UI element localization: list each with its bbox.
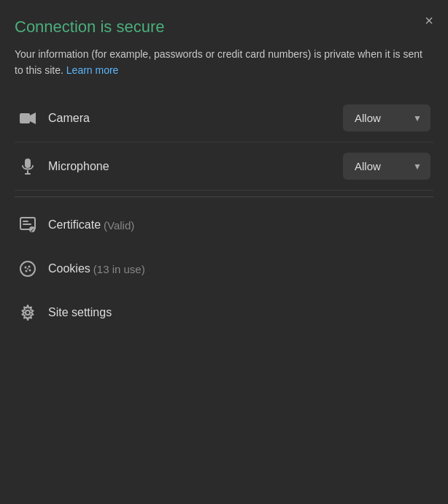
cookies-sub: (13 in use): [93, 263, 145, 275]
microphone-select-wrapper: Allow Block Ask ▼: [343, 153, 430, 180]
svg-rect-0: [20, 113, 30, 123]
svg-text:✓: ✓: [30, 228, 34, 233]
certificate-icon: ✓: [18, 215, 38, 235]
svg-point-16: [26, 310, 30, 315]
certificate-row[interactable]: ✓ Certificate (Valid): [15, 203, 433, 247]
site-settings-row[interactable]: Site settings: [15, 291, 433, 335]
svg-rect-7: [23, 224, 31, 225]
microphone-permission-row: Microphone Allow Block Ask ▼: [15, 142, 433, 191]
site-settings-label: Site settings: [48, 306, 112, 319]
svg-point-15: [27, 268, 28, 270]
camera-select-wrapper: Allow Block Ask ▼: [343, 104, 430, 131]
svg-marker-1: [30, 112, 36, 124]
description-text: Your information (for example, passwords…: [15, 47, 433, 78]
cookies-icon: [18, 259, 38, 279]
camera-label: Camera: [48, 112, 343, 125]
camera-permission-row: Camera Allow Block Ask ▼: [15, 94, 433, 142]
microphone-icon: [18, 156, 38, 177]
cookies-row[interactable]: Cookies (13 in use): [15, 247, 433, 291]
svg-rect-2: [25, 159, 31, 168]
learn-more-link[interactable]: Learn more: [66, 64, 119, 76]
security-panel: × Connection is secure Your information …: [0, 0, 448, 504]
microphone-select[interactable]: Allow Block Ask: [343, 153, 430, 180]
svg-point-14: [29, 270, 31, 272]
camera-select[interactable]: Allow Block Ask: [343, 104, 430, 131]
svg-point-13: [26, 270, 28, 272]
camera-icon: [18, 108, 38, 129]
microphone-label: Microphone: [48, 160, 343, 173]
svg-rect-6: [23, 221, 28, 222]
panel-title: Connection is secure: [15, 18, 433, 37]
permissions-section: Camera Allow Block Ask ▼ Microphone: [15, 94, 433, 191]
close-button[interactable]: ×: [422, 10, 436, 31]
svg-point-11: [25, 267, 27, 269]
svg-point-12: [28, 266, 31, 268]
certificate-label: Certificate: [48, 218, 101, 232]
section-divider: [15, 196, 433, 197]
site-settings-icon: [18, 302, 38, 323]
info-section: ✓ Certificate (Valid) Cookies (13 in use…: [15, 203, 433, 335]
certificate-sub: (Valid): [104, 219, 134, 232]
cookies-label: Cookies: [48, 262, 90, 275]
